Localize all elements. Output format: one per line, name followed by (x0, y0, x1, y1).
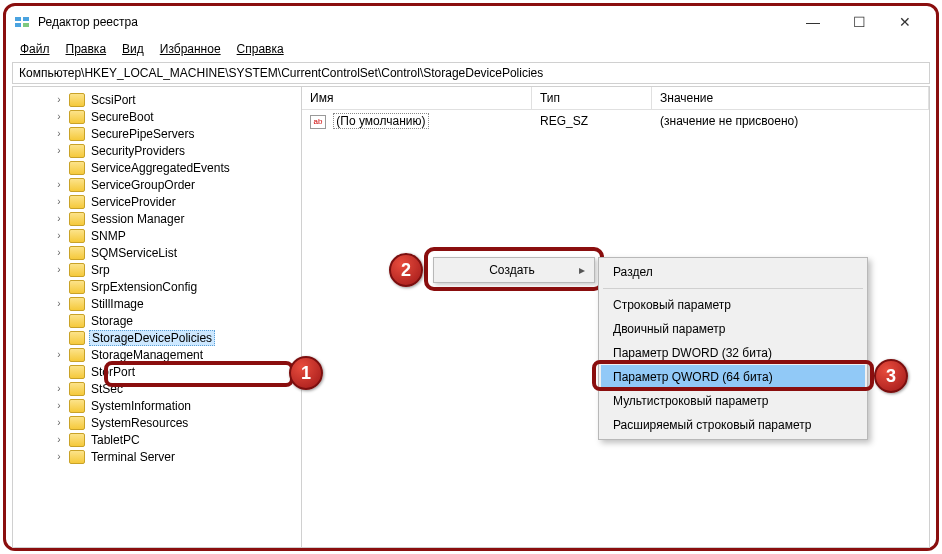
annotation-badge-1: 1 (289, 356, 323, 390)
tree-item-label: SecureBoot (89, 110, 156, 124)
expand-icon[interactable]: › (53, 111, 65, 122)
submenu-string[interactable]: Строковый параметр (601, 293, 865, 317)
tree-item-label: StorageDevicePolicies (89, 330, 215, 346)
tree-item-label: TabletPC (89, 433, 142, 447)
tree-item[interactable]: ›Session Manager (53, 210, 301, 227)
folder-icon (69, 314, 85, 328)
folder-icon (69, 246, 85, 260)
tree-item-label: StorageManagement (89, 348, 205, 362)
submenu-separator (603, 288, 863, 289)
tree-item[interactable]: ›StSec (53, 380, 301, 397)
annotation-badge-3: 3 (874, 359, 908, 393)
tree-item-label: SecurityProviders (89, 144, 187, 158)
maximize-button[interactable]: ☐ (836, 7, 882, 37)
tree-item-label: SecurePipeServers (89, 127, 196, 141)
tree-item[interactable]: ›TabletPC (53, 431, 301, 448)
tree-item[interactable]: ›SystemResources (53, 414, 301, 431)
menu-create-label: Создать (434, 263, 570, 277)
tree-item[interactable]: ›SecurePipeServers (53, 125, 301, 142)
expand-icon[interactable]: › (53, 349, 65, 360)
tree-item-label: SNMP (89, 229, 128, 243)
tree-item[interactable]: ServiceAggregatedEvents (53, 159, 301, 176)
tree-item[interactable]: ›SNMP (53, 227, 301, 244)
tree-item-label: SystemInformation (89, 399, 193, 413)
tree-item[interactable]: ›SystemInformation (53, 397, 301, 414)
submenu-qword[interactable]: Параметр QWORD (64 бита) (601, 365, 865, 389)
tree-item[interactable]: ›Terminal Server (53, 448, 301, 465)
submenu-multistring[interactable]: Мультистроковый параметр (601, 389, 865, 413)
expand-icon[interactable]: › (53, 417, 65, 428)
context-submenu-new: Раздел Строковый параметр Двоичный парам… (598, 257, 868, 440)
expand-icon[interactable]: › (53, 94, 65, 105)
expand-icon[interactable]: › (53, 451, 65, 462)
expand-icon[interactable]: › (53, 196, 65, 207)
svg-rect-2 (15, 23, 21, 27)
window-title: Редактор реестра (38, 15, 790, 29)
string-value-icon: ab (310, 115, 326, 129)
minimize-button[interactable]: — (790, 7, 836, 37)
folder-icon (69, 382, 85, 396)
menu-file[interactable]: Файл (12, 40, 58, 58)
tree-item[interactable]: ›Srp (53, 261, 301, 278)
folder-icon (69, 263, 85, 277)
col-type[interactable]: Тип (532, 87, 652, 109)
tree-item-label: Storage (89, 314, 135, 328)
expand-icon[interactable]: › (53, 247, 65, 258)
svg-rect-3 (23, 23, 29, 27)
tree-item[interactable]: ›SecurityProviders (53, 142, 301, 159)
submenu-key[interactable]: Раздел (601, 260, 865, 284)
folder-icon (69, 195, 85, 209)
tree-item[interactable]: Storage (53, 312, 301, 329)
tree-item-label: StillImage (89, 297, 146, 311)
expand-icon[interactable]: › (53, 264, 65, 275)
submenu-dword[interactable]: Параметр DWORD (32 бита) (601, 341, 865, 365)
list-row[interactable]: ab (По умолчанию) REG_SZ (значение не пр… (302, 110, 929, 133)
expand-icon[interactable]: › (53, 383, 65, 394)
tree-item[interactable]: StorageDevicePolicies (53, 329, 301, 346)
tree-item-label: ServiceGroupOrder (89, 178, 197, 192)
tree-item[interactable]: ›StillImage (53, 295, 301, 312)
expand-icon[interactable]: › (53, 213, 65, 224)
expand-icon[interactable]: › (53, 179, 65, 190)
folder-icon (69, 93, 85, 107)
expand-icon[interactable]: › (53, 434, 65, 445)
expand-icon[interactable]: › (53, 128, 65, 139)
tree-item[interactable]: ›ScsiPort (53, 91, 301, 108)
submenu-expandstring[interactable]: Расширяемый строковый параметр (601, 413, 865, 437)
tree-pane[interactable]: ›ScsiPort›SecureBoot›SecurePipeServers›S… (12, 86, 302, 548)
folder-icon (69, 297, 85, 311)
expand-icon[interactable]: › (53, 400, 65, 411)
col-name[interactable]: Имя (302, 87, 532, 109)
tree-item[interactable]: SrpExtensionConfig (53, 278, 301, 295)
close-button[interactable]: ✕ (882, 7, 928, 37)
folder-icon (69, 433, 85, 447)
tree-item[interactable]: ›ServiceProvider (53, 193, 301, 210)
folder-icon (69, 127, 85, 141)
context-menu-create[interactable]: Создать ▸ (433, 257, 595, 283)
tree-item-label: SystemResources (89, 416, 190, 430)
menu-favorites[interactable]: Избранное (152, 40, 229, 58)
submenu-binary[interactable]: Двоичный параметр (601, 317, 865, 341)
address-bar[interactable]: Компьютер\HKEY_LOCAL_MACHINE\SYSTEM\Curr… (12, 62, 930, 84)
menu-help[interactable]: Справка (229, 40, 292, 58)
col-value[interactable]: Значение (652, 87, 929, 109)
tree-item[interactable]: ›SQMServiceList (53, 244, 301, 261)
svg-rect-1 (23, 17, 29, 21)
folder-icon (69, 365, 85, 379)
folder-icon (69, 348, 85, 362)
folder-icon (69, 331, 85, 345)
tree-item[interactable]: ›SecureBoot (53, 108, 301, 125)
menu-view[interactable]: Вид (114, 40, 152, 58)
tree-item-label: SQMServiceList (89, 246, 179, 260)
expand-icon[interactable]: › (53, 230, 65, 241)
tree-item-label: StSec (89, 382, 125, 396)
regedit-icon (14, 14, 30, 30)
menu-edit[interactable]: Правка (58, 40, 115, 58)
tree-item-label: ServiceProvider (89, 195, 178, 209)
expand-icon[interactable]: › (53, 145, 65, 156)
tree-item[interactable]: ›ServiceGroupOrder (53, 176, 301, 193)
expand-icon[interactable]: › (53, 298, 65, 309)
tree-item[interactable]: ›StorageManagement (53, 346, 301, 363)
folder-icon (69, 110, 85, 124)
tree-item[interactable]: StorPort (53, 363, 301, 380)
